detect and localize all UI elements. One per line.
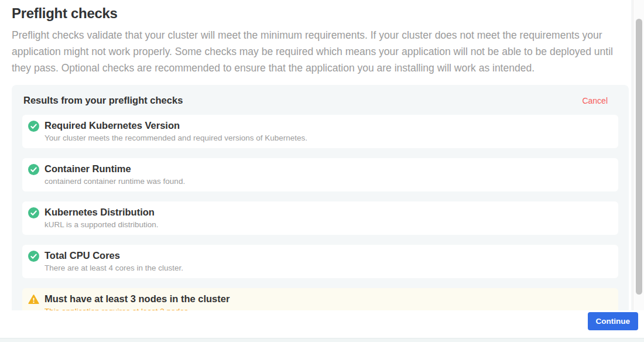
check-message: Your cluster meets the recommended and r…	[44, 134, 307, 143]
check-title: Kubernetes Distribution	[44, 206, 159, 218]
check-warning-icon	[28, 294, 39, 305]
footer-bar: Continue	[0, 310, 644, 338]
check-title: Required Kubernetes Version	[44, 119, 307, 131]
page-description: Preflight checks validate that your clus…	[12, 27, 621, 76]
preflight-checks-screen: Preflight checks Preflight checks valida…	[0, 0, 644, 342]
check-row: Required Kubernetes Version Your cluster…	[22, 115, 618, 148]
preflight-results-panel: Results from your preflight checks Cance…	[12, 85, 629, 310]
scroll-area: Preflight checks Preflight checks valida…	[0, 0, 632, 310]
check-pass-icon	[28, 121, 39, 132]
check-row: Total CPU Cores There are at least 4 cor…	[22, 245, 618, 278]
bottom-strip	[0, 338, 644, 342]
check-list: Required Kubernetes Version Your cluster…	[22, 115, 618, 310]
check-title: Total CPU Cores	[44, 249, 183, 261]
check-pass-icon	[28, 251, 39, 262]
check-text: Kubernetes Distribution kURL is a suppor…	[44, 206, 159, 230]
check-text: Container Runtime containerd container r…	[44, 163, 185, 186]
check-title: Container Runtime	[44, 163, 185, 175]
continue-button[interactable]: Continue	[588, 312, 639, 330]
check-title: Must have at least 3 nodes in the cluste…	[44, 293, 229, 305]
check-message: There are at least 4 cores in the cluste…	[44, 264, 183, 273]
check-row: Kubernetes Distribution kURL is a suppor…	[22, 201, 618, 235]
vertical-scrollbar-thumb[interactable]	[636, 19, 642, 295]
check-message: kURL is a supported distribution.	[44, 220, 159, 230]
page-title: Preflight checks	[12, 5, 620, 22]
cancel-link[interactable]: Cancel	[582, 96, 617, 105]
check-message: containerd container runtime was found.	[44, 177, 185, 186]
check-text: Required Kubernetes Version Your cluster…	[44, 119, 307, 143]
check-pass-icon	[28, 164, 39, 175]
panel-header: Results from your preflight checks Cance…	[23, 95, 617, 106]
check-text: Must have at least 3 nodes in the cluste…	[44, 293, 229, 310]
check-row: Container Runtime containerd container r…	[22, 158, 618, 191]
check-row: Must have at least 3 nodes in the cluste…	[22, 288, 618, 310]
panel-title: Results from your preflight checks	[23, 95, 183, 106]
check-pass-icon	[28, 207, 39, 218]
check-text: Total CPU Cores There are at least 4 cor…	[44, 249, 183, 273]
vertical-scrollbar-track[interactable]	[633, 0, 644, 310]
